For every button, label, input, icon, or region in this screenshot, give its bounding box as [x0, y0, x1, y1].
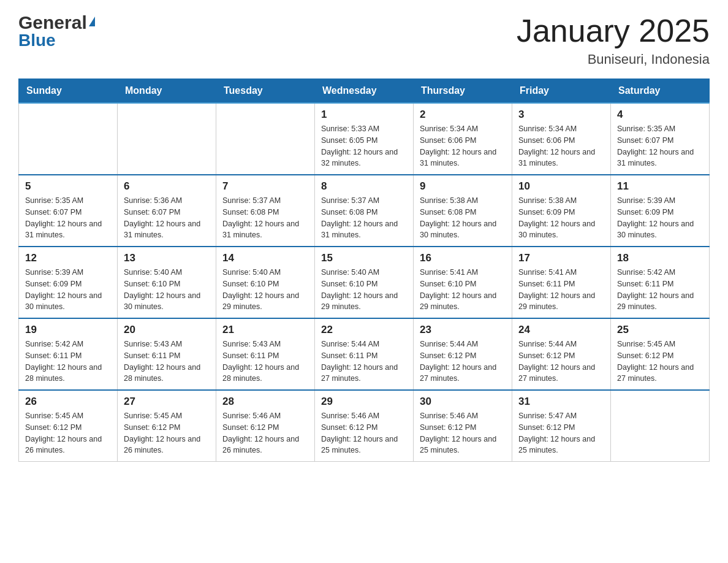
day-number: 19	[25, 324, 111, 336]
day-number: 2	[420, 109, 506, 121]
calendar-cell: 25Sunrise: 5:45 AM Sunset: 6:12 PM Dayli…	[611, 318, 710, 390]
day-number: 15	[321, 252, 407, 264]
calendar-cell: 2Sunrise: 5:34 AM Sunset: 6:06 PM Daylig…	[414, 103, 512, 175]
calendar-cell: 24Sunrise: 5:44 AM Sunset: 6:12 PM Dayli…	[512, 318, 611, 390]
day-info: Sunrise: 5:45 AM Sunset: 6:12 PM Dayligh…	[25, 410, 111, 456]
day-number: 27	[124, 396, 210, 408]
day-info: Sunrise: 5:37 AM Sunset: 6:08 PM Dayligh…	[222, 195, 308, 241]
day-info: Sunrise: 5:40 AM Sunset: 6:10 PM Dayligh…	[321, 267, 407, 313]
calendar-cell: 12Sunrise: 5:39 AM Sunset: 6:09 PM Dayli…	[19, 247, 118, 318]
calendar-cell	[216, 103, 315, 175]
calendar-cell	[118, 103, 216, 175]
day-info: Sunrise: 5:37 AM Sunset: 6:08 PM Dayligh…	[321, 195, 407, 241]
calendar-cell: 27Sunrise: 5:45 AM Sunset: 6:12 PM Dayli…	[118, 390, 216, 462]
day-info: Sunrise: 5:34 AM Sunset: 6:06 PM Dayligh…	[518, 123, 604, 169]
weekday-header-sunday: Sunday	[19, 79, 118, 104]
calendar-cell: 31Sunrise: 5:47 AM Sunset: 6:12 PM Dayli…	[512, 390, 611, 462]
day-number: 13	[124, 252, 210, 264]
day-info: Sunrise: 5:42 AM Sunset: 6:11 PM Dayligh…	[25, 339, 111, 385]
day-info: Sunrise: 5:35 AM Sunset: 6:07 PM Dayligh…	[617, 123, 703, 169]
day-number: 17	[518, 252, 604, 264]
day-number: 20	[124, 324, 210, 336]
day-number: 14	[222, 252, 308, 264]
day-info: Sunrise: 5:41 AM Sunset: 6:11 PM Dayligh…	[518, 267, 604, 313]
calendar-title: January 2025	[517, 12, 710, 49]
calendar-cell: 13Sunrise: 5:40 AM Sunset: 6:10 PM Dayli…	[118, 247, 216, 318]
weekday-header-tuesday: Tuesday	[216, 79, 315, 104]
day-number: 21	[222, 324, 308, 336]
calendar-subtitle: Buniseuri, Indonesia	[517, 52, 710, 67]
calendar-cell: 26Sunrise: 5:45 AM Sunset: 6:12 PM Dayli…	[19, 390, 118, 462]
calendar-cell	[611, 390, 710, 462]
week-row-1: 5Sunrise: 5:35 AM Sunset: 6:07 PM Daylig…	[19, 175, 710, 247]
calendar-cell: 1Sunrise: 5:33 AM Sunset: 6:05 PM Daylig…	[315, 103, 414, 175]
day-info: Sunrise: 5:35 AM Sunset: 6:07 PM Dayligh…	[25, 195, 111, 241]
day-info: Sunrise: 5:42 AM Sunset: 6:11 PM Dayligh…	[617, 267, 703, 313]
calendar-cell: 18Sunrise: 5:42 AM Sunset: 6:11 PM Dayli…	[611, 247, 710, 318]
day-number: 26	[25, 396, 111, 408]
day-number: 9	[420, 180, 506, 193]
day-number: 29	[321, 396, 407, 408]
calendar-cell: 7Sunrise: 5:37 AM Sunset: 6:08 PM Daylig…	[216, 175, 315, 247]
calendar-cell: 29Sunrise: 5:46 AM Sunset: 6:12 PM Dayli…	[315, 390, 414, 462]
weekday-header-thursday: Thursday	[414, 79, 512, 104]
day-number: 24	[518, 324, 604, 336]
calendar-cell: 15Sunrise: 5:40 AM Sunset: 6:10 PM Dayli…	[315, 247, 414, 318]
day-info: Sunrise: 5:38 AM Sunset: 6:08 PM Dayligh…	[420, 195, 506, 241]
day-info: Sunrise: 5:38 AM Sunset: 6:09 PM Dayligh…	[518, 195, 604, 241]
day-info: Sunrise: 5:44 AM Sunset: 6:12 PM Dayligh…	[420, 339, 506, 385]
day-info: Sunrise: 5:47 AM Sunset: 6:12 PM Dayligh…	[518, 410, 604, 456]
calendar-cell: 23Sunrise: 5:44 AM Sunset: 6:12 PM Dayli…	[414, 318, 512, 390]
logo-blue: Blue	[18, 31, 56, 50]
day-number: 18	[617, 252, 703, 264]
logo-general: General	[18, 12, 87, 33]
calendar-cell: 4Sunrise: 5:35 AM Sunset: 6:07 PM Daylig…	[611, 103, 710, 175]
day-info: Sunrise: 5:40 AM Sunset: 6:10 PM Dayligh…	[222, 267, 308, 313]
day-info: Sunrise: 5:43 AM Sunset: 6:11 PM Dayligh…	[222, 339, 308, 385]
day-number: 4	[617, 109, 703, 121]
calendar-cell	[19, 103, 118, 175]
calendar-cell: 22Sunrise: 5:44 AM Sunset: 6:11 PM Dayli…	[315, 318, 414, 390]
calendar-cell: 14Sunrise: 5:40 AM Sunset: 6:10 PM Dayli…	[216, 247, 315, 318]
day-number: 11	[617, 180, 703, 193]
day-info: Sunrise: 5:44 AM Sunset: 6:11 PM Dayligh…	[321, 339, 407, 385]
calendar-table: SundayMondayTuesdayWednesdayThursdayFrid…	[18, 79, 710, 462]
day-info: Sunrise: 5:36 AM Sunset: 6:07 PM Dayligh…	[124, 195, 210, 241]
title-area: January 2025 Buniseuri, Indonesia	[517, 12, 710, 67]
calendar-cell: 21Sunrise: 5:43 AM Sunset: 6:11 PM Dayli…	[216, 318, 315, 390]
day-number: 25	[617, 324, 703, 336]
day-info: Sunrise: 5:45 AM Sunset: 6:12 PM Dayligh…	[617, 339, 703, 385]
calendar-cell: 30Sunrise: 5:46 AM Sunset: 6:12 PM Dayli…	[414, 390, 512, 462]
day-info: Sunrise: 5:46 AM Sunset: 6:12 PM Dayligh…	[222, 410, 308, 456]
weekday-header-saturday: Saturday	[611, 79, 710, 104]
day-number: 8	[321, 180, 407, 193]
calendar-cell: 11Sunrise: 5:39 AM Sunset: 6:09 PM Dayli…	[611, 175, 710, 247]
day-info: Sunrise: 5:41 AM Sunset: 6:10 PM Dayligh…	[420, 267, 506, 313]
weekday-header-wednesday: Wednesday	[315, 79, 414, 104]
calendar-cell: 20Sunrise: 5:43 AM Sunset: 6:11 PM Dayli…	[118, 318, 216, 390]
day-info: Sunrise: 5:39 AM Sunset: 6:09 PM Dayligh…	[617, 195, 703, 241]
day-number: 12	[25, 252, 111, 264]
week-row-4: 26Sunrise: 5:45 AM Sunset: 6:12 PM Dayli…	[19, 390, 710, 462]
day-number: 6	[124, 180, 210, 193]
day-info: Sunrise: 5:45 AM Sunset: 6:12 PM Dayligh…	[124, 410, 210, 456]
day-number: 3	[518, 109, 604, 121]
day-number: 28	[222, 396, 308, 408]
day-info: Sunrise: 5:34 AM Sunset: 6:06 PM Dayligh…	[420, 123, 506, 169]
week-row-0: 1Sunrise: 5:33 AM Sunset: 6:05 PM Daylig…	[19, 103, 710, 175]
weekday-header-row: SundayMondayTuesdayWednesdayThursdayFrid…	[19, 79, 710, 104]
calendar-cell: 5Sunrise: 5:35 AM Sunset: 6:07 PM Daylig…	[19, 175, 118, 247]
calendar-cell: 17Sunrise: 5:41 AM Sunset: 6:11 PM Dayli…	[512, 247, 611, 318]
day-info: Sunrise: 5:46 AM Sunset: 6:12 PM Dayligh…	[420, 410, 506, 456]
day-info: Sunrise: 5:40 AM Sunset: 6:10 PM Dayligh…	[124, 267, 210, 313]
logo: General Blue	[18, 12, 95, 50]
day-info: Sunrise: 5:44 AM Sunset: 6:12 PM Dayligh…	[518, 339, 604, 385]
day-info: Sunrise: 5:39 AM Sunset: 6:09 PM Dayligh…	[25, 267, 111, 313]
day-info: Sunrise: 5:33 AM Sunset: 6:05 PM Dayligh…	[321, 123, 407, 169]
calendar-cell: 28Sunrise: 5:46 AM Sunset: 6:12 PM Dayli…	[216, 390, 315, 462]
day-info: Sunrise: 5:46 AM Sunset: 6:12 PM Dayligh…	[321, 410, 407, 456]
day-number: 10	[518, 180, 604, 193]
day-number: 30	[420, 396, 506, 408]
calendar-cell: 3Sunrise: 5:34 AM Sunset: 6:06 PM Daylig…	[512, 103, 611, 175]
calendar-cell: 10Sunrise: 5:38 AM Sunset: 6:09 PM Dayli…	[512, 175, 611, 247]
